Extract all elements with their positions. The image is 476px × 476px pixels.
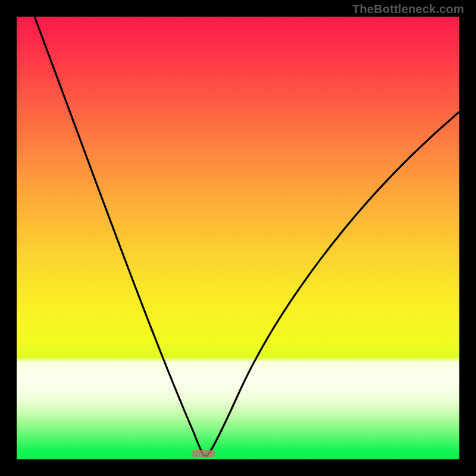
- plot-area: [17, 17, 459, 459]
- minimum-marker: [192, 450, 215, 457]
- attribution-text: TheBottleneck.com: [352, 2, 464, 16]
- bottleneck-curve: [17, 17, 459, 459]
- chart-frame: TheBottleneck.com: [0, 0, 476, 476]
